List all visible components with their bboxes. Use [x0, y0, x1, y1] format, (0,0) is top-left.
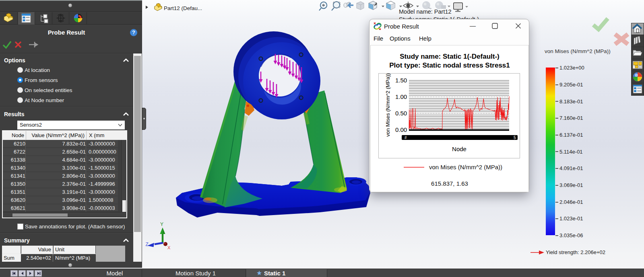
svg-text:1.00: 1.00: [395, 93, 407, 100]
svg-text:1.50: 1.50: [395, 77, 407, 84]
svg-text:X: X: [167, 245, 171, 250]
svg-text:0.50: 0.50: [395, 110, 407, 117]
svg-text:Y: Y: [160, 222, 163, 227]
svg-text:5: 5: [514, 135, 516, 140]
svg-text:#: #: [405, 135, 407, 140]
svg-text:Yield strength: 2.206e+02: Yield strength: 2.206e+02: [546, 249, 605, 255]
svg-text:0.00: 0.00: [395, 126, 407, 133]
svg-text:von Mises (N/mm^2 (MPa)): von Mises (N/mm^2 (MPa)): [429, 164, 502, 170]
svg-text:Z: Z: [146, 242, 149, 247]
svg-text:von Mises (N/mm^2 (MPa)): von Mises (N/mm^2 (MPa)): [385, 73, 391, 137]
svg-text:Node: Node: [452, 146, 466, 152]
